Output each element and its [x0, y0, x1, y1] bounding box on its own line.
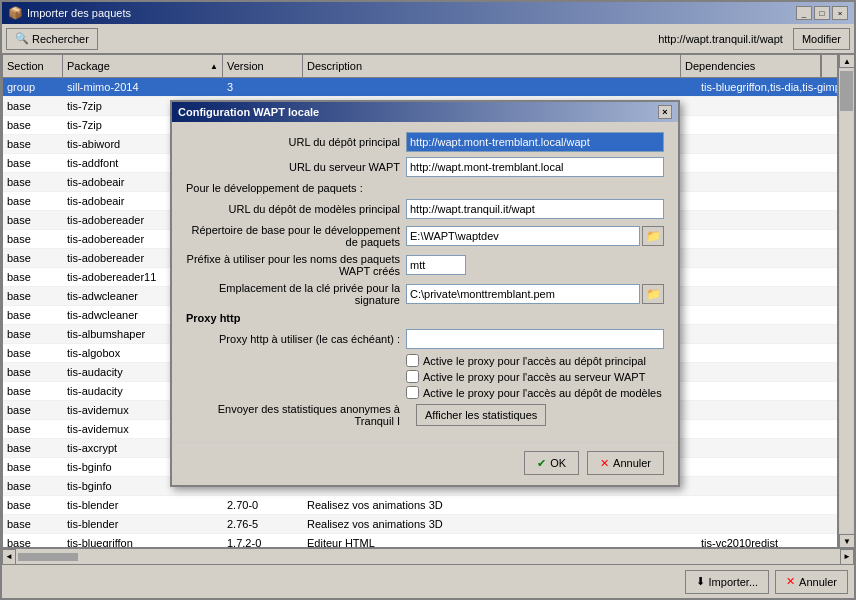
maximize-button[interactable]: □: [814, 6, 830, 20]
url-serveur-row: URL du serveur WAPT: [186, 157, 664, 177]
minimize-button[interactable]: _: [796, 6, 812, 20]
cell-section: base: [3, 192, 63, 210]
search-icon: 🔍: [15, 32, 29, 45]
scroll-left-arrow[interactable]: ◄: [2, 549, 16, 565]
modifier-button[interactable]: Modifier: [793, 28, 850, 50]
table-row[interactable]: base tis-bluegriffon 1.7.2-0 Editeur HTM…: [3, 534, 837, 547]
proxy-checkbox3[interactable]: [406, 386, 419, 399]
cell-section: base: [3, 211, 63, 229]
cell-section: base: [3, 401, 63, 419]
importer-button[interactable]: ⬇ Importer...: [685, 570, 770, 594]
toolbar: 🔍 Rechercher http://wapt.tranquil.it/wap…: [2, 24, 854, 54]
vertical-scrollbar[interactable]: ▲ ▼: [838, 54, 854, 548]
cell-dependencies: [697, 154, 837, 172]
ok-button[interactable]: ✔ OK: [524, 451, 579, 475]
modal-title-bar: Configuration WAPT locale ×: [172, 102, 678, 122]
cell-section: base: [3, 496, 63, 514]
cell-section: base: [3, 230, 63, 248]
cell-section: base: [3, 306, 63, 324]
url-modeles-input[interactable]: [406, 199, 664, 219]
cell-version: 1.7.2-0: [223, 534, 303, 547]
proxy-section: Proxy http Proxy http à utiliser (le cas…: [186, 312, 664, 427]
col-version: Version: [223, 55, 303, 77]
scroll-up-arrow[interactable]: ▲: [839, 54, 854, 68]
proxy-checkbox3-row: Active le proxy pour l'accès au dépôt de…: [186, 386, 664, 399]
cell-dependencies: [697, 249, 837, 267]
cell-package: tis-blender: [63, 496, 223, 514]
table-row[interactable]: base tis-blender 2.70-0 Realisez vos ani…: [3, 496, 837, 515]
annuler-bottom-button[interactable]: ✕ Annuler: [775, 570, 848, 594]
repertoire-input[interactable]: [406, 226, 640, 246]
cell-dependencies: [697, 344, 837, 362]
cell-dependencies: [697, 211, 837, 229]
cell-dependencies: [697, 135, 837, 153]
cell-dependencies: [697, 306, 837, 324]
cell-description: [303, 78, 697, 96]
cell-dependencies: [697, 116, 837, 134]
cle-privee-folder-button[interactable]: 📁: [642, 284, 664, 304]
cell-section: base: [3, 249, 63, 267]
cell-dependencies: tis-vc2010redist: [697, 534, 837, 547]
cell-dependencies: [697, 97, 837, 115]
cell-package: sill-mimo-2014: [63, 78, 223, 96]
cell-package: tis-blender: [63, 515, 223, 533]
proxy-label: Proxy http à utiliser (le cas échéant) :: [186, 333, 406, 345]
stats-label: Envoyer des statistiques anonymes à Tran…: [186, 403, 406, 427]
proxy-checkbox3-label: Active le proxy pour l'accès au dépôt de…: [423, 387, 662, 399]
url-depot-label: URL du dépôt principal: [186, 136, 406, 148]
config-modal: Configuration WAPT locale × URL du dépôt…: [170, 100, 680, 487]
cancel-button[interactable]: ✕ Annuler: [587, 451, 664, 475]
url-modeles-row: URL du dépôt de modèles principal: [186, 199, 664, 219]
col-section: Section: [3, 55, 63, 77]
table-row[interactable]: base tis-blender 2.76-5 Realisez vos ani…: [3, 515, 837, 534]
cell-dependencies: tis-bluegriffon,tis-dia,tis-gimp,tis-I: [697, 78, 837, 96]
cell-dependencies: [697, 477, 837, 495]
cell-section: base: [3, 420, 63, 438]
proxy-checkbox1[interactable]: [406, 354, 419, 367]
cle-privee-row: Emplacement de la clé privée pour la sig…: [186, 282, 664, 306]
cell-section: base: [3, 154, 63, 172]
cell-description: Realisez vos animations 3D: [303, 515, 697, 533]
cell-dependencies: [697, 515, 837, 533]
horizontal-scrollbar[interactable]: ◄ ►: [2, 548, 854, 564]
close-button[interactable]: ×: [832, 6, 848, 20]
col-description: Description: [303, 55, 681, 77]
window-title: Importer des paquets: [27, 7, 131, 19]
cell-dependencies: [697, 458, 837, 476]
proxy-checkbox2[interactable]: [406, 370, 419, 383]
proxy-checkbox2-row: Active le proxy pour l'accès au serveur …: [186, 370, 664, 383]
cell-dependencies: [697, 173, 837, 191]
table-row[interactable]: group sill-mimo-2014 3 tis-bluegriffon,t…: [3, 78, 837, 97]
proxy-input[interactable]: [406, 329, 664, 349]
h-scroll-track[interactable]: [16, 549, 840, 564]
scroll-right-arrow[interactable]: ►: [840, 549, 854, 565]
cle-privee-input[interactable]: [406, 284, 640, 304]
cell-version: 2.76-5: [223, 515, 303, 533]
url-serveur-label: URL du serveur WAPT: [186, 161, 406, 173]
proxy-checkbox1-label: Active le proxy pour l'accès au dépôt pr…: [423, 355, 646, 367]
cell-dependencies: [697, 325, 837, 343]
cell-section: base: [3, 515, 63, 533]
proxy-input-row: Proxy http à utiliser (le cas échéant) :: [186, 329, 664, 349]
scroll-down-arrow[interactable]: ▼: [839, 534, 854, 548]
search-button[interactable]: 🔍 Rechercher: [6, 28, 98, 50]
modal-close-button[interactable]: ×: [658, 105, 672, 119]
ok-checkmark-icon: ✔: [537, 457, 546, 470]
url-modeles-label: URL du dépôt de modèles principal: [186, 203, 406, 215]
cell-package: tis-bluegriffon: [63, 534, 223, 547]
stats-button[interactable]: Afficher les statistiques: [416, 404, 546, 426]
cell-section: base: [3, 363, 63, 381]
repertoire-folder-button[interactable]: 📁: [642, 226, 664, 246]
url-display: http://wapt.tranquil.it/wapt: [104, 33, 787, 45]
prefix-label: Préfixe à utiliser pour les noms des paq…: [186, 253, 406, 277]
cell-dependencies: [697, 382, 837, 400]
proxy-checkbox1-row: Active le proxy pour l'accès au dépôt pr…: [186, 354, 664, 367]
url-serveur-input[interactable]: [406, 157, 664, 177]
sort-icon: ▲: [210, 62, 218, 71]
url-depot-input[interactable]: [406, 132, 664, 152]
scroll-track[interactable]: [839, 68, 854, 534]
prefix-input[interactable]: [406, 255, 466, 275]
col-package[interactable]: Package ▲: [63, 55, 223, 77]
cell-section: base: [3, 325, 63, 343]
importer-icon: ⬇: [696, 575, 705, 588]
